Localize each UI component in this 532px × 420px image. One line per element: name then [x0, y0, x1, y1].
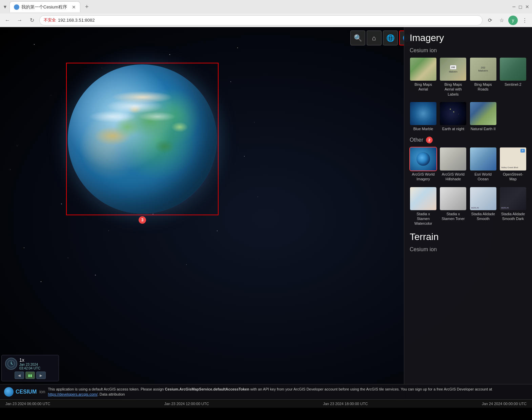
imagery-thumb-bing-aerial	[410, 58, 436, 81]
browser-chrome: ▼ 我的第一个Cesium程序 ✕ + − ◻ ✕ ← → ↻ 不安全 192.…	[0, 0, 532, 27]
timeline-t4: Jan 24 2024 00:00:00 UTC	[482, 402, 527, 406]
close-btn[interactable]: ✕	[525, 4, 529, 9]
earth-clouds-layer	[68, 64, 217, 214]
imagery-thumb-arcgis-hillshade	[440, 147, 466, 171]
bookmark-btn[interactable]: ☆	[497, 16, 506, 25]
cesium-logo-icon	[4, 387, 14, 397]
bold-token: Cesium.ArcGisMapService.defaultAccessTok…	[165, 387, 249, 391]
imagery-label-natural-earth: Natural Earth II	[471, 126, 496, 131]
clock-face	[5, 358, 17, 370]
back-button[interactable]: ←	[3, 16, 12, 25]
minimize-btn[interactable]: −	[512, 3, 516, 11]
imagery-item-openstreet[interactable]: P Valley Creek Blvd OpenStreet-Map	[499, 147, 527, 182]
timeline-labels: Jan 23 2024 06:00:00 UTC Jan 23 2024 12:…	[0, 402, 532, 406]
timeline-t3: Jan 23 2024 18:00:00 UTC	[323, 402, 368, 406]
forward-btn[interactable]: ▶	[36, 372, 46, 379]
playback-widget: 1x Jan 23 2024 03:42:04 UTC ◀ ▮▮ ▶	[1, 355, 59, 381]
imagery-thumb-bing-aerial-labels: 202 Malvern	[440, 58, 466, 81]
other-section-title: Other 2	[410, 137, 527, 143]
forward-button[interactable]: →	[15, 16, 24, 25]
imagery-thumb-stadia-dark: BERLIN	[500, 187, 526, 210]
timeline-bar[interactable]: Jan 23 2024 06:00:00 UTC Jan 23 2024 12:…	[0, 399, 532, 408]
new-tab-btn[interactable]: +	[82, 3, 91, 11]
other-imagery-grid-2: Stadia x Stamen Watercolor Stadia x Stam…	[410, 187, 527, 226]
cesium-logo-text: CESIUM	[16, 388, 37, 396]
arcgis-link[interactable]: https://developers.arcgis.com/	[48, 392, 98, 396]
imagery-label-bing-roads: Bing Maps Roads	[470, 82, 497, 92]
imagery-item-stadia-watercolor[interactable]: Stadia x Stamen Watercolor	[410, 187, 437, 226]
home-toolbar-btn[interactable]: ⌂	[367, 31, 382, 45]
speed-display: 1x	[19, 357, 40, 363]
imagery-thumb-sentinel	[500, 58, 526, 81]
other-section-badge: 2	[426, 137, 433, 143]
imagery-thumb-earth-night	[440, 102, 466, 125]
date-display: Jan 23 2024	[19, 363, 40, 366]
imagery-label-bing-aerial: Bing Maps Aerial	[410, 82, 437, 92]
cesium-logo-ion: ion	[39, 389, 45, 395]
profile-btn[interactable]: y	[508, 16, 518, 25]
clock-svg	[7, 360, 15, 368]
imagery-item-bing-aerial-labels[interactable]: 202 Malvern Bing Maps Aerial with Labels	[439, 58, 467, 97]
pause-btn[interactable]: ▮▮	[25, 372, 35, 379]
rewind-btn[interactable]: ◀	[15, 372, 24, 379]
browser-tab[interactable]: 我的第一个Cesium程序 ✕	[9, 1, 80, 12]
imagery-panel: Imagery Cesium ion Bing Maps Aerial 202 …	[404, 27, 532, 408]
browser-nav-icons: ⟳ ☆ y ⋮	[485, 16, 529, 25]
imagery-thumb-stadia-watercolor	[410, 187, 436, 210]
imagery-item-arcgis-hillshade[interactable]: ArcGIS World Hillshade	[439, 147, 467, 182]
terrain-title: Terrain	[410, 232, 527, 242]
imagery-thumb-arcgis-world	[410, 147, 436, 171]
imagery-item-stadia-toner[interactable]: Stadia x Stamen Toner	[439, 187, 467, 226]
cesium-logo: CESIUM ion	[4, 386, 45, 398]
maximize-btn[interactable]: ◻	[518, 4, 523, 9]
time-display: 03:42:04 UTC	[19, 366, 40, 370]
imagery-label-stadia-alidade: Stadia Alidade Smooth	[470, 212, 497, 221]
bing-roads-overlay: 202 Malvern	[470, 58, 496, 81]
cesium-imagery-grid: Bing Maps Aerial 202 Malvern Bing Maps A…	[410, 58, 527, 97]
imagery-thumb-stadia-alidade: BERLIN	[470, 187, 496, 210]
imagery-item-sentinel[interactable]: Sentinel-2	[499, 58, 527, 97]
terrain-cesium-section: Cesium ion	[410, 246, 527, 253]
earth-globe	[68, 64, 217, 214]
status-text: This application is using a default ArcG…	[48, 387, 528, 397]
imagery-label-bing-aerial-labels: Bing Maps Aerial with Labels	[439, 82, 467, 97]
timeline-t2: Jan 23 2024 12:00:00 UTC	[164, 402, 209, 406]
browser-navbar: ← → ↻ 不安全 192.168.3.51:8082 ⟳ ☆ y ⋮	[0, 14, 532, 27]
imagery-item-blue-marble[interactable]: Blue Marble	[410, 102, 437, 131]
reload-button[interactable]: ↻	[27, 16, 37, 25]
terrain-section: Terrain Cesium ion	[410, 232, 527, 253]
imagery-item-natural-earth[interactable]: Natural Earth II	[470, 102, 497, 131]
imagery-item-stadia-dark[interactable]: BERLIN Stadia Alidade Smooth Dark	[499, 187, 527, 226]
address-bar[interactable]: 不安全 192.168.3.51:8082	[39, 15, 483, 25]
imagery-label-stadia-toner: Stadia x Stamen Toner	[439, 212, 467, 221]
imagery-thumb-blue-marble	[410, 102, 436, 125]
status-message: CESIUM ion This application is using a d…	[0, 384, 532, 399]
imagery-thumb-stadia-toner	[440, 187, 466, 210]
tab-back-btn[interactable]: ▼	[3, 4, 7, 9]
tab-close-btn[interactable]: ✕	[72, 4, 76, 10]
imagery-thumb-natural-earth	[470, 102, 496, 125]
imagery-item-stadia-alidade[interactable]: BERLIN Stadia Alidade Smooth	[470, 187, 497, 226]
security-warning: 不安全	[44, 17, 56, 23]
bing-labels-overlay: 202 Malvern	[440, 58, 466, 81]
imagery-label-stadia-dark: Stadia Alidade Smooth Dark	[499, 212, 527, 221]
imagery-item-bing-aerial[interactable]: Bing Maps Aerial	[410, 58, 437, 97]
search-toolbar-btn[interactable]: 🔍	[350, 31, 365, 45]
imagery-item-arcgis-world[interactable]: ArcGIS World Imagery	[410, 147, 437, 182]
timeline-t1: Jan 23 2024 06:00:00 UTC	[5, 402, 50, 406]
globe-view-btn[interactable]: 🌐	[383, 31, 398, 45]
address-text: 192.168.3.51:8082	[58, 18, 95, 23]
imagery-label-arcgis-world: ArcGIS World Imagery	[410, 172, 437, 182]
translate-btn[interactable]: ⟳	[485, 16, 495, 25]
imagery-label-esri-ocean: Esri World Ocean	[470, 172, 497, 182]
more-btn[interactable]: ⋮	[520, 16, 529, 25]
imagery-item-esri-ocean[interactable]: Esri World Ocean	[470, 147, 497, 182]
imagery-item-bing-roads[interactable]: 202 Malvern Bing Maps Roads	[470, 58, 497, 97]
imagery-label-blue-marble: Blue Marble	[413, 126, 433, 131]
imagery-label-stadia-watercolor: Stadia x Stamen Watercolor	[410, 212, 437, 226]
imagery-item-earth-night[interactable]: Earth at night	[439, 102, 467, 131]
map-viewport[interactable]: 3 🔍 ⌂ 🌐 🌍 1 ? Imagery Cesium ion Bing Ma…	[0, 27, 532, 408]
earth-globe-container: 3	[68, 64, 217, 214]
imagery-label-arcgis-hillshade: ArcGIS World Hillshade	[439, 172, 467, 182]
imagery-label-openstreet: OpenStreet-Map	[499, 172, 527, 182]
